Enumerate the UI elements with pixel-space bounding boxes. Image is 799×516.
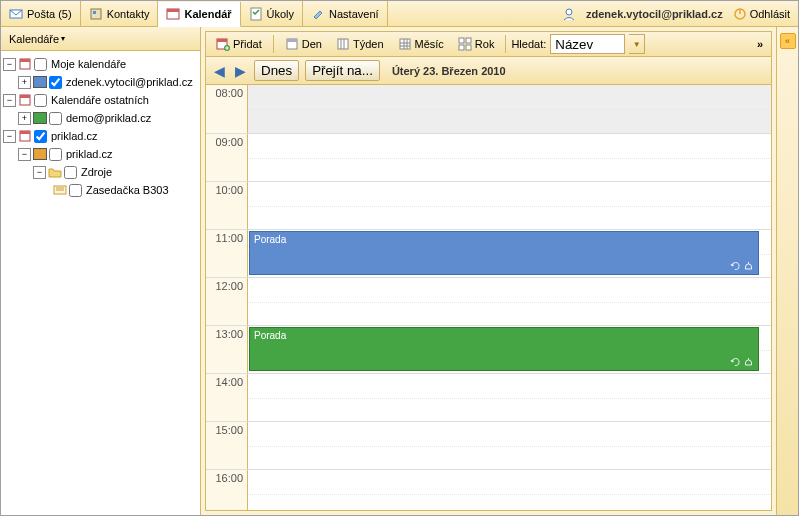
content: Přidat Den Týden Měsíc Rok [201,27,798,515]
logout-label: Odhlásit [750,8,790,20]
hour-label: 14:00 [206,374,248,421]
expand-toggle[interactable]: + [18,76,31,89]
tab-calendar[interactable]: Kalendář [158,2,240,27]
tab-label: Pošta (5) [27,8,72,20]
hour-label: 13:00 [206,326,248,373]
reminder-icon [743,261,754,272]
tab-mail[interactable]: Pošta (5) [1,1,81,26]
event-porada-1[interactable]: Porada [249,231,759,275]
tree-resources[interactable]: − Zdroje [3,163,198,181]
tree-user-cal[interactable]: + zdenek.vytocil@priklad.cz [3,73,198,91]
tree-others[interactable]: − Kalendáře ostatních [3,91,198,109]
top-tabs: Pošta (5) Kontakty Kalendář Úkoly Nastav… [1,1,798,27]
tree-checkbox[interactable] [34,58,47,71]
dropdown-icon: ▾ [61,34,65,43]
hour-cell[interactable] [248,134,771,181]
hour-cell[interactable] [248,374,771,421]
svg-rect-34 [466,45,471,50]
svg-rect-10 [20,59,30,62]
hour-label: 09:00 [206,134,248,181]
next-button[interactable]: ▶ [233,63,248,79]
event-title: Porada [254,330,286,341]
tree-checkbox[interactable] [49,76,62,89]
separator [505,35,506,53]
month-icon [398,37,412,51]
svg-rect-19 [217,39,227,42]
week-icon [336,37,350,51]
svg-rect-14 [20,131,30,134]
tree-room[interactable]: Zasedačka B303 [3,181,198,199]
tree-label: priklad.cz [64,148,112,160]
btn-label: Den [302,38,322,50]
tasks-icon [249,7,263,21]
expand-toggle[interactable]: − [3,130,16,143]
event-porada-2[interactable]: Porada [249,327,759,371]
tree-checkbox[interactable] [49,112,62,125]
search-dropdown[interactable]: ▼ [629,34,645,54]
user-icon [562,7,576,21]
tab-settings[interactable]: Nastavení [303,1,388,26]
tab-tasks[interactable]: Úkoly [241,1,304,26]
today-button[interactable]: Dnes [254,60,299,81]
mail-icon [9,7,23,21]
week-button[interactable]: Týden [330,34,390,54]
tab-label: Kontakty [107,8,150,20]
svg-rect-32 [466,38,471,43]
contacts-icon [89,7,103,21]
event-title: Porada [254,234,286,245]
date-bar: ◀ ▶ Dnes Přejít na... Úterý 23. Březen 2… [205,57,772,85]
month-button[interactable]: Měsíc [392,34,450,54]
tree-checkbox[interactable] [49,148,62,161]
add-button[interactable]: Přidat [210,34,268,54]
tree-checkbox[interactable] [64,166,77,179]
tab-label: Nastavení [329,8,379,20]
logout-button[interactable]: Odhlásit [733,7,790,21]
tree-my-calendars[interactable]: − Moje kalendáře [3,55,198,73]
hour-label: 10:00 [206,182,248,229]
expand-toggle[interactable]: − [3,58,16,71]
tree-domain-cal[interactable]: − priklad.cz [3,145,198,163]
tab-label: Úkoly [267,8,295,20]
collapse-button[interactable]: « [780,33,796,49]
prev-button[interactable]: ◀ [212,63,227,79]
calendar-tree: − Moje kalendáře + zdenek.vytocil@prikla… [1,51,200,515]
hour-label: 08:00 [206,85,248,133]
tree-checkbox[interactable] [69,184,82,197]
toolbar: Přidat Den Týden Měsíc Rok [205,31,772,57]
expand-toggle[interactable]: + [18,112,31,125]
expand-toggle[interactable]: − [3,94,16,107]
hour-cell[interactable] [248,422,771,469]
toolbar-overflow[interactable]: » [753,38,767,50]
expand-toggle[interactable]: − [33,166,46,179]
date-title: Úterý 23. Březen 2010 [392,65,506,77]
calendar-scroll[interactable]: 08:00 09:00 10:00 11:00 12:00 13:00 14:0… [206,85,771,510]
hour-cell[interactable] [248,470,771,510]
btn-label: Měsíc [415,38,444,50]
year-button[interactable]: Rok [452,34,501,54]
calendar-area: Přidat Den Týden Měsíc Rok [201,27,776,515]
hour-cell[interactable] [248,182,771,229]
goto-button[interactable]: Přejít na... [305,60,380,81]
btn-label: Týden [353,38,384,50]
day-button[interactable]: Den [279,34,328,54]
hour-cell[interactable] [248,278,771,325]
calendar-grid: 08:00 09:00 10:00 11:00 12:00 13:00 14:0… [205,85,772,511]
tree-label: priklad.cz [49,130,97,142]
reminder-icon [743,357,754,368]
collapse-bar: « [776,27,798,515]
tree-checkbox[interactable] [34,130,47,143]
resource-icon [53,184,67,196]
search-input[interactable] [550,34,625,54]
tree-demo-cal[interactable]: + demo@priklad.cz [3,109,198,127]
tree-label: Zdroje [79,166,112,178]
settings-icon [311,7,325,21]
hour-cell[interactable] [248,85,771,133]
tree-domain[interactable]: − priklad.cz [3,127,198,145]
user-email: zdenek.vytocil@priklad.cz [586,8,723,20]
tab-contacts[interactable]: Kontakty [81,1,159,26]
color-swatch [33,76,47,88]
expand-toggle[interactable]: − [18,148,31,161]
sidebar-header[interactable]: Kalendáře ▾ [1,27,200,51]
cal-group-icon [18,94,32,106]
tree-checkbox[interactable] [34,94,47,107]
